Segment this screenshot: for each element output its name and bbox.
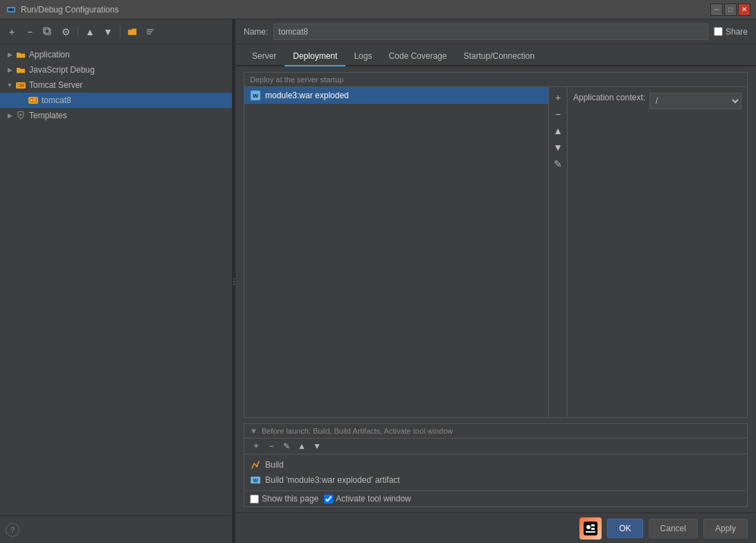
templates-icon [15,110,26,121]
bl-move-up-button[interactable]: ▲ [296,440,308,452]
tabs-bar: Server Deployment Logs Code Coverage Sta… [235,44,756,66]
tab-startup-connection[interactable]: Startup/Connection [455,47,543,66]
copy-config-button[interactable] [40,24,55,39]
name-input[interactable] [273,24,708,40]
tab-logs[interactable]: Logs [345,47,380,66]
bl-item-artifact-label: Build 'module3:war exploded' artifact [265,475,400,485]
label-tomcat8: tomcat8 [42,95,71,105]
svg-point-9 [18,85,19,86]
sidebar-toolbar: + − ⚙ ▲ ▼ [0,19,232,44]
app-context-label: Application context: [573,93,645,102]
show-page-checkbox[interactable] [250,495,259,504]
arrow-templates: ▶ [6,111,14,120]
deploy-list-with-btns: W module3:war exploded + − ▲ ▼ ✎ [244,87,567,417]
add-config-button[interactable]: + [4,24,19,39]
share-checkbox[interactable] [714,27,723,36]
svg-rect-3 [44,28,49,33]
separator-2 [120,26,120,37]
bl-item-build: Build [250,457,741,472]
sidebar-item-application[interactable]: ▶ Application [0,47,232,62]
arrow-up-button[interactable]: ▲ [82,24,98,39]
label-tomcat-server: Tomcat Server [29,80,82,90]
tomcat-server-icon [15,80,26,91]
activate-tool-window-area: Activate tool window [324,494,411,504]
deploy-item-label: module3:war exploded [265,91,349,100]
dialog-footer: OK Cancel Apply [235,513,756,543]
sidebar-item-js-debug[interactable]: ▶ JavaScript Debug [0,62,232,77]
svg-rect-14 [33,101,36,102]
deploy-add-button[interactable]: + [550,90,566,105]
bl-move-down-button[interactable]: ▼ [311,440,323,452]
sidebar-item-templates[interactable]: ▶ Templates [0,108,232,123]
app-context-select[interactable]: / [649,93,741,109]
deploy-item-module3[interactable]: W module3:war exploded [244,87,548,104]
window-icon [6,4,17,15]
show-page-area: Show this page [250,494,318,504]
deploy-edit-button[interactable]: ✎ [550,156,566,172]
tab-content: Deploy at the server startup W module3:w… [235,66,756,513]
close-button[interactable]: ✕ [738,3,750,16]
sidebar-bottom: ? [0,515,232,543]
apply-button[interactable]: Apply [703,519,748,538]
svg-rect-1 [8,8,14,11]
deploy-move-down-button[interactable]: ▼ [550,140,566,155]
arrow-application: ▶ [6,50,14,59]
divider-dots [233,278,235,285]
label-application: Application [29,50,70,59]
before-launch-header: ▼ Before launch: Build, Build Artifacts,… [244,424,747,439]
name-label: Name: [244,27,268,37]
deploy-remove-button[interactable]: − [550,107,566,122]
sidebar-item-tomcat-server[interactable]: ▼ Tomcat Server [0,77,232,93]
cancel-button[interactable]: Cancel [649,519,698,538]
before-launch-title: Before launch: Build, Build Artifacts, A… [262,427,453,435]
svg-point-19 [586,525,591,529]
minimize-button[interactable]: ─ [710,3,723,16]
folder-icon-application [15,49,26,60]
share-area: Share [714,27,748,37]
sidebar-tree: ▶ Application ▶ JavaScript Debug [0,44,232,515]
activate-tool-window-checkbox[interactable] [324,495,333,504]
arrow-tomcat-server: ▼ [6,81,14,89]
before-launch-section: ▼ Before launch: Build, Build Artifacts,… [244,423,748,507]
before-launch-collapse-icon[interactable]: ▼ [250,427,258,435]
deploy-side-buttons: + − ▲ ▼ ✎ [548,87,567,417]
name-bar: Name: Share [235,19,756,44]
content-area: Name: Share Server Deployment Logs Code … [235,19,756,543]
war-icon: W [250,90,261,101]
tomcat8-icon [28,95,39,106]
deploy-move-up-button[interactable]: ▲ [550,123,566,138]
separator-1 [78,26,78,37]
help-button[interactable]: ? [6,523,19,537]
settings-button[interactable]: ⚙ [58,24,73,39]
bl-remove-button[interactable]: − [265,440,278,452]
bl-edit-button[interactable]: ✎ [280,440,293,452]
svg-rect-2 [45,29,51,35]
remove-config-button[interactable]: − [22,24,37,39]
artifact-icon: W [250,475,261,486]
tab-server[interactable]: Server [244,47,285,66]
svg-rect-13 [33,99,35,100]
deploy-main: W module3:war exploded + − ▲ ▼ ✎ [244,87,747,417]
show-page-label: Show this page [262,494,318,504]
tab-code-coverage[interactable]: Code Coverage [380,47,455,66]
before-launch-toolbar: + − ✎ ▲ ▼ [244,439,747,454]
before-launch-footer: Show this page Activate tool window [244,490,747,506]
tab-deployment[interactable]: Deployment [285,47,345,66]
window-title: Run/Debug Configurations [21,5,710,15]
main-container: + − ⚙ ▲ ▼ [0,19,756,543]
deploy-list-area: W module3:war exploded [244,87,548,417]
folder-button[interactable] [125,24,140,39]
deploy-header: Deploy at the server startup [244,73,747,87]
js-icon [15,64,26,75]
svg-point-12 [30,100,32,101]
jetbrains-logo [579,517,602,540]
bl-add-button[interactable]: + [250,440,262,452]
sort-button[interactable] [143,24,158,39]
svg-rect-20 [591,524,595,526]
arrow-down-button[interactable]: ▼ [100,24,116,39]
ok-button[interactable]: OK [607,519,642,538]
activate-tool-window-label: Activate tool window [336,494,411,504]
deploy-list: W module3:war exploded [244,87,548,417]
maximize-button[interactable]: □ [724,3,737,16]
sidebar-item-tomcat8[interactable]: tomcat8 [0,93,232,108]
